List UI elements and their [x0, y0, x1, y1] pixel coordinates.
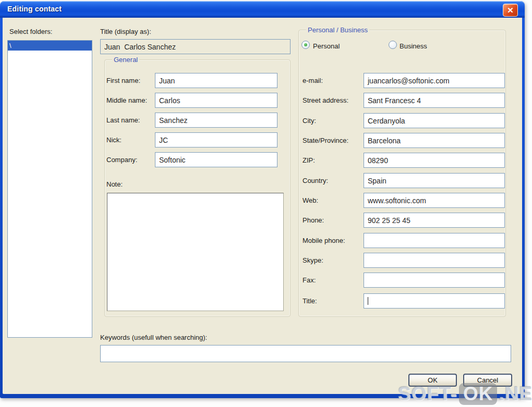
fax-label: Fax:	[303, 276, 316, 284]
nick-input[interactable]: JC	[155, 132, 277, 147]
personal-radio-label[interactable]: Personal	[313, 42, 340, 50]
street-address-label: Street address:	[303, 96, 348, 104]
nick-label: Nick:	[106, 136, 122, 144]
business-radio[interactable]	[389, 41, 397, 49]
zip-input[interactable]: 08290	[364, 153, 505, 168]
page: Editing contact ✕ Select folders: \ Titl…	[0, 0, 532, 407]
keywords-label: Keywords (usefull when searching):	[100, 334, 207, 341]
country-input[interactable]: Spain	[364, 173, 505, 188]
window-title: Editing contact	[7, 5, 62, 13]
fax-input[interactable]	[364, 273, 505, 288]
title-bar: Editing contact ✕	[0, 1, 525, 18]
skype-input[interactable]	[364, 253, 505, 268]
folder-list-item-selected[interactable]: \	[8, 41, 92, 51]
last-name-label: Last name:	[106, 116, 140, 124]
email-label: e-mail:	[303, 77, 323, 84]
business-radio-label[interactable]: Business	[400, 42, 427, 50]
first-name-label: First name:	[106, 77, 140, 84]
phone-input[interactable]: 902 25 25 45	[364, 213, 505, 228]
watermark: SOFT-OK.NET	[398, 383, 532, 405]
middle-name-input[interactable]: Carlos	[155, 93, 277, 108]
street-address-input[interactable]: Sant Francesc 4	[364, 93, 505, 108]
company-input[interactable]: Softonic	[155, 152, 277, 167]
city-label: City:	[303, 117, 316, 125]
country-label: Country:	[303, 177, 328, 184]
phone-label: Phone:	[303, 216, 324, 224]
company-label: Company:	[106, 156, 137, 164]
contact-title-input[interactable]	[364, 293, 505, 309]
contact-title-label: Title:	[303, 297, 317, 305]
personal-business-caption: Personal / Business	[306, 26, 369, 34]
title-display-label: Title (display as):	[100, 28, 151, 35]
last-name-input[interactable]: Sanchez	[155, 113, 277, 128]
editing-contact-dialog: Editing contact ✕ Select folders: \ Titl…	[0, 1, 525, 398]
state-province-input[interactable]: Barcelona	[364, 133, 505, 148]
note-textarea[interactable]	[107, 193, 284, 311]
title-display-box[interactable]: Juan Carlos Sanchez	[100, 39, 291, 54]
folders-listbox[interactable]: \	[7, 40, 92, 338]
state-province-label: State/Province:	[303, 137, 348, 144]
text-caret	[368, 297, 368, 305]
middle-name-label: Middle name:	[106, 96, 147, 104]
city-input[interactable]: Cerdanyola	[364, 113, 505, 128]
zip-label: ZIP:	[303, 156, 315, 164]
first-name-input[interactable]: Juan	[155, 73, 277, 88]
select-folders-label: Select folders:	[9, 28, 52, 35]
web-input[interactable]: www.softonic.com	[364, 193, 505, 208]
email-input[interactable]: juancarlos@softonic.com	[364, 73, 505, 88]
note-label: Note:	[106, 180, 123, 188]
personal-radio[interactable]	[301, 41, 310, 49]
web-label: Web:	[303, 196, 318, 204]
radio-dot-icon	[304, 43, 307, 46]
mobile-phone-label: Mobile phone:	[303, 237, 345, 244]
close-icon[interactable]: ✕	[503, 4, 518, 17]
general-group-caption: General	[112, 56, 139, 64]
mobile-phone-input[interactable]	[364, 233, 505, 248]
keywords-input[interactable]	[100, 345, 511, 362]
skype-label: Skype:	[303, 256, 323, 264]
